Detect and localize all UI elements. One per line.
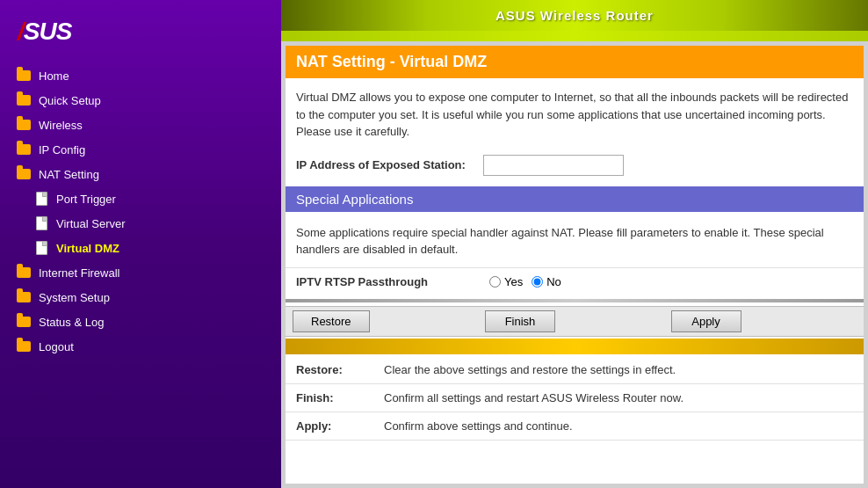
special-apps-desc: Some applications require special handle… <box>286 215 864 267</box>
finish-desc: Confirm all settings and restart ASUS Wi… <box>373 383 864 412</box>
sidebar-item-port-trigger[interactable]: Port Trigger <box>9 186 272 211</box>
doc-icon <box>33 215 49 231</box>
divider <box>286 299 864 302</box>
folder-icon <box>16 339 32 354</box>
sidebar-nav: Home Quick Setup Wireless IP Config NAT … <box>0 63 281 359</box>
button-row: Restore Finish Apply <box>286 306 864 337</box>
iptv-yes-option[interactable]: Yes <box>489 275 523 288</box>
sidebar-item-ip-config[interactable]: IP Config <box>9 137 272 162</box>
sidebar-item-internet-firewall[interactable]: Internet Firewall <box>9 260 272 285</box>
page-header: ASUS Wireless Router <box>281 0 868 31</box>
apply-desc: Confirm above settings and continue. <box>373 412 864 440</box>
gold-bar <box>286 339 864 354</box>
sidebar-item-status-log[interactable]: Status & Log <box>9 310 272 334</box>
folder-icon <box>16 289 32 305</box>
finish-label: Finish: <box>286 383 373 412</box>
restore-label: Restore: <box>286 356 373 384</box>
sidebar-item-logout[interactable]: Logout <box>9 334 272 359</box>
ip-label: IP Address of Exposed Station: <box>296 158 466 171</box>
page-title: NAT Setting - Virtual DMZ <box>286 46 864 78</box>
sidebar-item-system-setup[interactable]: System Setup <box>9 285 272 310</box>
table-row: Apply: Confirm above settings and contin… <box>286 412 864 440</box>
iptv-row: IPTV RTSP Passthrough Yes No <box>286 267 864 295</box>
info-table: Restore: Clear the above settings and re… <box>286 356 864 441</box>
restore-button[interactable]: Restore <box>293 310 370 332</box>
folder-icon <box>16 117 32 133</box>
table-row: Finish: Confirm all settings and restart… <box>286 383 864 412</box>
header-bar <box>281 31 868 41</box>
iptv-yes-radio[interactable] <box>489 276 501 288</box>
sidebar: /SUS Home Quick Setup Wireless IP Config… <box>0 0 281 488</box>
sidebar-item-virtual-dmz[interactable]: Virtual DMZ <box>9 236 272 260</box>
folder-icon <box>16 68 32 84</box>
iptv-no-radio[interactable] <box>532 276 543 288</box>
apply-label: Apply: <box>286 412 373 440</box>
restore-desc: Clear the above settings and restore the… <box>373 356 864 384</box>
iptv-radio-group: Yes No <box>489 275 561 288</box>
sidebar-item-nat-setting[interactable]: NAT Setting <box>9 162 272 186</box>
header-title: ASUS Wireless Router <box>495 8 654 23</box>
apply-button[interactable]: Apply <box>671 310 741 332</box>
special-apps-header: Special Applications <box>286 186 864 212</box>
finish-button[interactable]: Finish <box>485 310 555 332</box>
table-row: Restore: Clear the above settings and re… <box>286 356 864 384</box>
folder-icon <box>16 142 32 157</box>
folder-icon <box>16 314 32 330</box>
folder-icon <box>16 166 32 182</box>
folder-icon <box>16 265 32 280</box>
doc-icon <box>33 240 49 256</box>
ip-input[interactable] <box>483 155 624 176</box>
iptv-label: IPTV RTSP Passthrough <box>296 275 472 288</box>
sidebar-item-quick-setup[interactable]: Quick Setup <box>9 88 272 113</box>
iptv-no-option[interactable]: No <box>532 275 561 288</box>
ip-section: IP Address of Exposed Station: <box>286 148 864 183</box>
asus-logo: /SUS <box>18 18 264 46</box>
doc-icon <box>33 191 49 207</box>
sidebar-item-home[interactable]: Home <box>9 63 272 88</box>
main-content: ASUS Wireless Router NAT Setting - Virtu… <box>281 0 868 488</box>
sidebar-item-virtual-server[interactable]: Virtual Server <box>9 211 272 236</box>
logo-area: /SUS <box>0 9 281 63</box>
folder-icon <box>16 92 32 108</box>
sidebar-item-wireless[interactable]: Wireless <box>9 113 272 137</box>
content-area: NAT Setting - Virtual DMZ Virtual DMZ al… <box>286 46 864 484</box>
page-description: Virtual DMZ allows you to expose one com… <box>286 78 864 148</box>
